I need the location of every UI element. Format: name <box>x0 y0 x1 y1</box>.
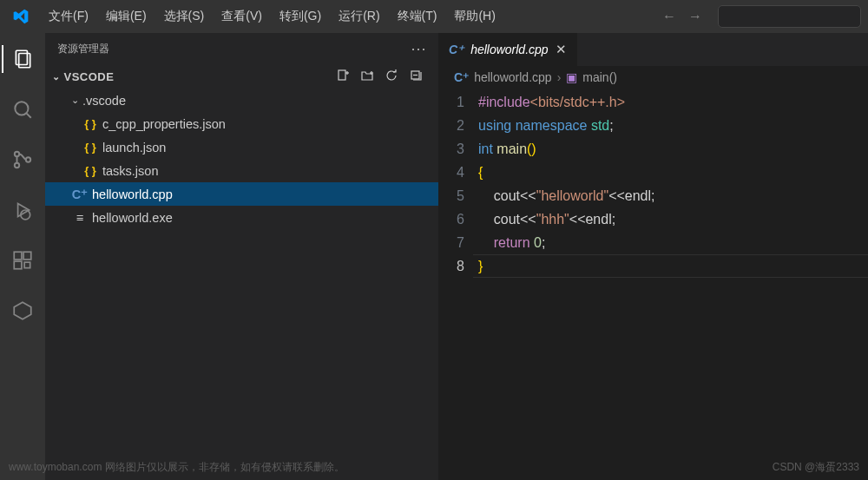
json-file-icon: { } <box>82 141 99 154</box>
menu-item[interactable]: 转到(G) <box>271 5 330 28</box>
watermark: www.toymoban.com 网络图片仅以展示，非存储，如有侵权请联系删除。… <box>9 460 859 475</box>
json-file-icon: { } <box>82 164 99 177</box>
code-line: { <box>478 161 655 184</box>
editor-pane: C⁺ helloworld.cpp ✕ C⁺ helloworld.cpp › … <box>438 33 868 480</box>
svg-point-6 <box>26 157 30 161</box>
tree-item-label: helloworld.exe <box>92 211 173 225</box>
menu-bar: 文件(F)编辑(E)选择(S)查看(V)转到(G)运行(R)终端(T)帮助(H) <box>40 5 504 28</box>
editor-tabs: C⁺ helloworld.cpp ✕ <box>438 33 868 66</box>
code-line: } <box>478 254 655 278</box>
source-text: #include<bits/stdc++.h>using namespace s… <box>478 90 655 278</box>
explorer-sidebar: 资源管理器 ⋯ ⌄ VSCODE ⌄ .vscode { }c_cpp_prop… <box>45 33 438 480</box>
collapse-all-icon[interactable] <box>409 69 423 85</box>
chevron-down-icon: ⌄ <box>71 95 79 106</box>
breadcrumb-file: helloworld.cpp <box>474 70 552 84</box>
tree-file[interactable]: C⁺helloworld.cpp <box>45 182 438 206</box>
nav-back-icon[interactable]: ← <box>657 4 681 29</box>
search-tab-icon[interactable] <box>2 92 43 127</box>
new-folder-icon[interactable] <box>360 69 374 85</box>
tree-file[interactable]: { }launch.json <box>45 135 438 159</box>
editor-tab[interactable]: C⁺ helloworld.cpp ✕ <box>438 33 577 66</box>
svg-point-2 <box>15 102 28 115</box>
tree-item-label: helloworld.cpp <box>92 187 173 201</box>
folder-header[interactable]: ⌄ VSCODE <box>45 64 438 89</box>
activity-bar <box>0 33 45 480</box>
command-search-input[interactable] <box>718 5 861 28</box>
tree-item-label: c_cpp_properties.json <box>102 117 226 131</box>
extensions-tab-icon[interactable] <box>2 243 43 278</box>
menu-item[interactable]: 运行(R) <box>330 5 388 28</box>
nav-forward-icon[interactable]: → <box>683 4 707 29</box>
tree-file[interactable]: ≡helloworld.exe <box>45 206 438 229</box>
menu-item[interactable]: 查看(V) <box>213 5 271 28</box>
remote-tab-icon[interactable] <box>2 293 43 328</box>
svg-point-5 <box>15 163 19 168</box>
symbol-cube-icon: ▣ <box>566 70 577 84</box>
svg-marker-13 <box>14 302 31 319</box>
menu-item[interactable]: 文件(F) <box>40 5 97 28</box>
json-file-icon: { } <box>82 117 99 130</box>
code-line: return 0; <box>478 231 655 254</box>
tab-label: helloworld.cpp <box>470 43 549 56</box>
breadcrumb[interactable]: C⁺ helloworld.cpp › ▣ main() <box>438 66 868 89</box>
code-line: int main() <box>478 137 655 161</box>
code-line: cout<<"hhh"<<endl; <box>478 207 655 231</box>
breadcrumb-symbol: main() <box>582 70 617 84</box>
close-icon[interactable]: ✕ <box>556 42 567 57</box>
tree-file[interactable]: { }c_cpp_properties.json <box>45 112 438 135</box>
tree-item-label: tasks.json <box>102 164 158 178</box>
vscode-logo-icon <box>10 6 31 27</box>
folder-name: VSCODE <box>64 70 337 83</box>
code-line: #include<bits/stdc++.h> <box>478 90 655 114</box>
new-file-icon[interactable] <box>336 69 350 85</box>
chevron-down-icon: ⌄ <box>52 71 61 82</box>
menu-item[interactable]: 帮助(H) <box>445 5 503 28</box>
run-debug-tab-icon[interactable] <box>2 193 43 227</box>
file-tree: ⌄ .vscode { }c_cpp_properties.json{ }lau… <box>45 89 438 229</box>
sidebar-more-icon[interactable]: ⋯ <box>411 39 426 58</box>
title-bar: 文件(F)编辑(E)选择(S)查看(V)转到(G)运行(R)终端(T)帮助(H)… <box>0 0 868 33</box>
svg-line-3 <box>26 113 30 117</box>
line-gutter: 12345678 <box>438 90 478 278</box>
cpp-file-icon: C⁺ <box>71 187 89 201</box>
svg-point-4 <box>15 152 19 156</box>
menu-item[interactable]: 编辑(E) <box>97 5 155 28</box>
menu-item[interactable]: 终端(T) <box>389 5 446 28</box>
svg-rect-12 <box>24 262 30 268</box>
tree-item-label: launch.json <box>102 141 166 155</box>
tree-folder-vscode[interactable]: ⌄ .vscode <box>45 89 438 112</box>
folder-toolbar <box>336 69 431 85</box>
tree-item-label: .vscode <box>82 94 126 108</box>
tree-file[interactable]: { }tasks.json <box>45 159 438 182</box>
code-line: using namespace std; <box>478 114 655 137</box>
exe-file-icon: ≡ <box>71 211 89 225</box>
svg-rect-11 <box>14 261 22 269</box>
cpp-file-icon: C⁺ <box>454 70 469 84</box>
sidebar-title: 资源管理器 <box>57 42 109 56</box>
source-control-tab-icon[interactable] <box>2 142 43 177</box>
svg-rect-14 <box>339 70 345 80</box>
code-area[interactable]: 12345678 #include<bits/stdc++.h>using na… <box>438 89 868 278</box>
svg-rect-10 <box>23 252 31 260</box>
code-line: cout<<"helloworld"<<endl; <box>478 184 655 207</box>
watermark-left: www.toymoban.com 网络图片仅以展示，非存储，如有侵权请联系删除。 <box>9 460 345 475</box>
cpp-file-icon: C⁺ <box>449 43 464 56</box>
explorer-tab-icon[interactable] <box>2 42 43 76</box>
menu-item[interactable]: 选择(S) <box>155 5 214 28</box>
svg-rect-9 <box>14 252 22 260</box>
chevron-right-icon: › <box>557 70 562 84</box>
watermark-right: CSDN @海蛋2333 <box>773 460 859 475</box>
refresh-icon[interactable] <box>385 69 398 85</box>
